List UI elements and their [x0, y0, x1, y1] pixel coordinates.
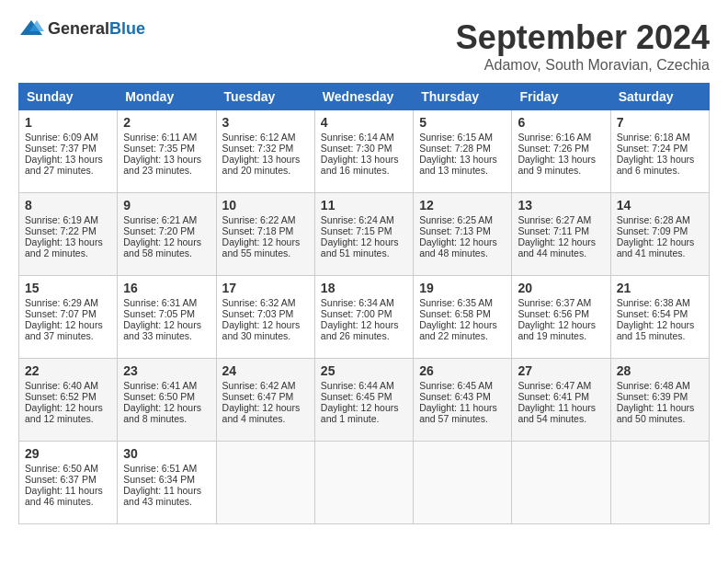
sunset-label: Sunset: 7:26 PM [518, 143, 589, 154]
sunset-label: Sunset: 7:18 PM [222, 225, 294, 236]
day-number: 20 [518, 281, 604, 295]
calendar-cell: 30 Sunrise: 6:51 AM Sunset: 6:34 PM Dayl… [118, 442, 216, 524]
sunset-label: Sunset: 7:30 PM [321, 143, 392, 154]
calendar-cell: 15 Sunrise: 6:29 AM Sunset: 7:07 PM Dayl… [19, 276, 118, 359]
calendar-cell: 29 Sunrise: 6:50 AM Sunset: 6:37 PM Dayl… [19, 442, 118, 524]
day-number: 3 [222, 115, 309, 130]
calendar-cell: 16 Sunrise: 6:31 AM Sunset: 7:05 PM Dayl… [118, 276, 216, 359]
sunrise-label: Sunrise: 6:35 AM [419, 297, 493, 308]
daylight-label: Daylight: 12 hours and 30 minutes. [222, 319, 301, 341]
daylight-label: Daylight: 12 hours and 51 minutes. [321, 236, 399, 259]
calendar-cell: 4 Sunrise: 6:14 AM Sunset: 7:30 PM Dayli… [314, 110, 413, 193]
sunrise-label: Sunrise: 6:32 AM [222, 297, 296, 308]
daylight-label: Daylight: 13 hours and 9 minutes. [518, 154, 596, 176]
calendar-cell: 22 Sunrise: 6:40 AM Sunset: 6:52 PM Dayl… [19, 359, 118, 442]
sunset-label: Sunset: 7:00 PM [321, 308, 392, 319]
calendar-cell: 23 Sunrise: 6:41 AM Sunset: 6:50 PM Dayl… [118, 359, 216, 442]
day-number: 21 [617, 281, 703, 295]
sunset-label: Sunset: 7:35 PM [123, 143, 195, 154]
day-number: 16 [123, 281, 210, 295]
sunrise-label: Sunrise: 6:45 AM [419, 380, 493, 391]
day-number: 22 [25, 363, 111, 378]
daylight-label: Daylight: 12 hours and 33 minutes. [123, 319, 201, 341]
day-number: 5 [419, 115, 506, 130]
daylight-label: Daylight: 12 hours and 15 minutes. [617, 319, 695, 341]
day-number: 14 [617, 198, 703, 213]
daylight-label: Daylight: 12 hours and 12 minutes. [25, 402, 103, 424]
calendar-cell: 27 Sunrise: 6:47 AM Sunset: 6:41 PM Dayl… [512, 359, 610, 442]
sunset-label: Sunset: 6:50 PM [123, 391, 195, 402]
sunrise-label: Sunrise: 6:16 AM [518, 132, 591, 143]
sunrise-label: Sunrise: 6:18 AM [617, 132, 690, 143]
daylight-label: Daylight: 12 hours and 4 minutes. [222, 402, 301, 424]
calendar-cell: 6 Sunrise: 6:16 AM Sunset: 7:26 PM Dayli… [512, 110, 610, 193]
daylight-label: Daylight: 12 hours and 1 minute. [321, 402, 399, 424]
sunrise-label: Sunrise: 6:31 AM [123, 297, 197, 308]
calendar-week-row: 29 Sunrise: 6:50 AM Sunset: 6:37 PM Dayl… [19, 442, 710, 524]
calendar-cell: 13 Sunrise: 6:27 AM Sunset: 7:11 PM Dayl… [512, 193, 610, 276]
day-number: 24 [222, 363, 309, 378]
sunset-label: Sunset: 6:37 PM [25, 474, 97, 485]
calendar-cell: 8 Sunrise: 6:19 AM Sunset: 7:22 PM Dayli… [19, 193, 118, 276]
day-number: 12 [419, 198, 506, 213]
daylight-label: Daylight: 12 hours and 58 minutes. [123, 236, 201, 259]
logo: GeneralBlue [18, 18, 145, 39]
sunset-label: Sunset: 7:24 PM [617, 143, 688, 154]
day-number: 8 [25, 198, 111, 213]
sunrise-label: Sunrise: 6:27 AM [518, 214, 591, 225]
sunrise-label: Sunrise: 6:47 AM [518, 380, 591, 391]
daylight-label: Daylight: 11 hours and 46 minutes. [25, 485, 103, 507]
calendar-cell: 25 Sunrise: 6:44 AM Sunset: 6:45 PM Dayl… [314, 359, 413, 442]
sunset-label: Sunset: 6:34 PM [123, 474, 195, 485]
daylight-label: Daylight: 13 hours and 2 minutes. [25, 236, 103, 259]
sunset-label: Sunset: 7:07 PM [25, 308, 97, 319]
logo-icon [18, 18, 44, 39]
title-area: September 2024 Adamov, South Moravian, C… [456, 18, 710, 74]
col-friday: Friday [512, 84, 610, 110]
daylight-label: Daylight: 13 hours and 6 minutes. [617, 154, 695, 176]
sunrise-label: Sunrise: 6:48 AM [617, 380, 690, 391]
calendar-cell [414, 442, 512, 524]
sunset-label: Sunset: 6:54 PM [617, 308, 688, 319]
col-wednesday: Wednesday [314, 84, 413, 110]
daylight-label: Daylight: 12 hours and 41 minutes. [617, 236, 695, 259]
col-sunday: Sunday [19, 84, 118, 110]
daylight-label: Daylight: 12 hours and 37 minutes. [25, 319, 103, 341]
sunset-label: Sunset: 6:43 PM [419, 391, 491, 402]
calendar-week-row: 8 Sunrise: 6:19 AM Sunset: 7:22 PM Dayli… [19, 193, 710, 276]
sunrise-label: Sunrise: 6:42 AM [222, 380, 296, 391]
day-number: 28 [617, 363, 703, 378]
daylight-label: Daylight: 13 hours and 20 minutes. [222, 154, 301, 176]
calendar-cell: 12 Sunrise: 6:25 AM Sunset: 7:13 PM Dayl… [414, 193, 512, 276]
day-number: 26 [419, 363, 506, 378]
day-number: 19 [419, 281, 506, 295]
daylight-label: Daylight: 12 hours and 19 minutes. [518, 319, 596, 341]
calendar-cell: 1 Sunrise: 6:09 AM Sunset: 7:37 PM Dayli… [19, 110, 118, 193]
daylight-label: Daylight: 11 hours and 57 minutes. [419, 402, 497, 424]
day-number: 6 [518, 115, 604, 130]
col-monday: Monday [118, 84, 216, 110]
calendar-cell: 17 Sunrise: 6:32 AM Sunset: 7:03 PM Dayl… [216, 276, 314, 359]
calendar-cell [512, 442, 610, 524]
calendar-cell: 18 Sunrise: 6:34 AM Sunset: 7:00 PM Dayl… [314, 276, 413, 359]
day-number: 23 [123, 363, 210, 378]
sunset-label: Sunset: 7:22 PM [25, 225, 97, 236]
header-row: Sunday Monday Tuesday Wednesday Thursday… [19, 84, 710, 110]
daylight-label: Daylight: 11 hours and 54 minutes. [518, 402, 596, 424]
sunrise-label: Sunrise: 6:22 AM [222, 214, 296, 225]
sunset-label: Sunset: 6:39 PM [617, 391, 688, 402]
sunrise-label: Sunrise: 6:19 AM [25, 214, 98, 225]
col-thursday: Thursday [414, 84, 512, 110]
day-number: 9 [123, 198, 210, 213]
sunrise-label: Sunrise: 6:38 AM [617, 297, 690, 308]
day-number: 18 [321, 281, 407, 295]
calendar-cell [610, 442, 709, 524]
sunrise-label: Sunrise: 6:34 AM [321, 297, 394, 308]
calendar-cell: 3 Sunrise: 6:12 AM Sunset: 7:32 PM Dayli… [216, 110, 314, 193]
day-number: 4 [321, 115, 407, 130]
logo-text-blue: Blue [109, 19, 145, 38]
calendar-cell: 11 Sunrise: 6:24 AM Sunset: 7:15 PM Dayl… [314, 193, 413, 276]
sunset-label: Sunset: 7:03 PM [222, 308, 294, 319]
calendar-week-row: 22 Sunrise: 6:40 AM Sunset: 6:52 PM Dayl… [19, 359, 710, 442]
sunset-label: Sunset: 7:32 PM [222, 143, 294, 154]
